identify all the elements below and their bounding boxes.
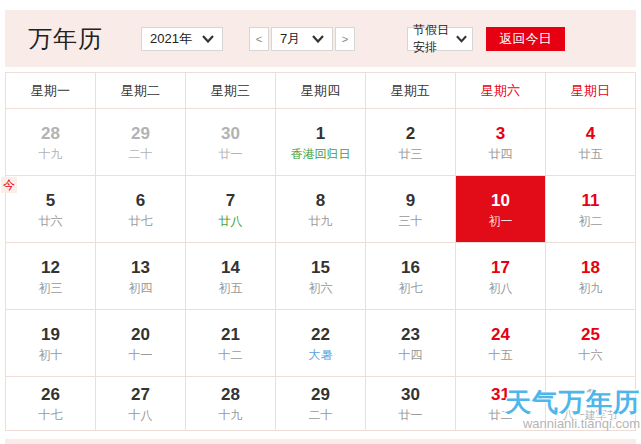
calendar-cell[interactable]: 29二十 bbox=[96, 109, 186, 176]
day-subtext: 廿四 bbox=[456, 147, 545, 161]
day-number: 19 bbox=[6, 324, 95, 345]
day-subtext: 廿三 bbox=[366, 147, 455, 161]
day-number: 15 bbox=[276, 257, 365, 278]
calendar-cell[interactable]: 20十一 bbox=[96, 310, 186, 377]
day-subtext: 十四 bbox=[366, 348, 455, 362]
page-title: 万年历 bbox=[28, 23, 103, 55]
calendar-row: 19初十20十一21十二22大暑23十四24十五25十六 bbox=[6, 310, 636, 377]
calendar-cell[interactable]: 16初七 bbox=[366, 243, 456, 310]
calendar-cell[interactable]: 27十八 bbox=[96, 377, 186, 431]
back-to-today-button[interactable]: 返回今日 bbox=[486, 27, 565, 51]
year-select[interactable]: 2021年 bbox=[141, 27, 223, 51]
day-number: 9 bbox=[366, 190, 455, 211]
calendar-cell[interactable]: 2廿三 bbox=[366, 109, 456, 176]
day-subtext: 廿一 bbox=[366, 408, 455, 422]
day-number: 2 bbox=[366, 123, 455, 144]
day-number: 6 bbox=[96, 190, 185, 211]
month-select[interactable]: 7月 bbox=[271, 27, 333, 51]
page: 万年历 2021年 < 7月 > 节假日安排 返回今日 bbox=[0, 0, 641, 444]
calendar-cell[interactable]: 17初八 bbox=[456, 243, 546, 310]
calendar-cell[interactable]: 18初九 bbox=[546, 243, 636, 310]
today-marker[interactable]: 今 bbox=[1, 177, 17, 193]
day-subtext: 十六 bbox=[546, 348, 635, 362]
calendar-cell[interactable]: 22大暑 bbox=[276, 310, 366, 377]
toolbar: 万年历 2021年 < 7月 > 节假日安排 返回今日 bbox=[5, 10, 636, 67]
calendar-cell[interactable]: 28十九 bbox=[186, 377, 276, 431]
day-subtext: 初一 bbox=[456, 214, 545, 228]
day-number: 1 bbox=[546, 385, 635, 406]
calendar-cell[interactable]: 7廿八 bbox=[186, 176, 276, 243]
calendar-cell[interactable]: 5廿六 bbox=[6, 176, 96, 243]
day-subtext: 初九 bbox=[546, 281, 635, 295]
calendar-cell[interactable]: 1香港回归日 bbox=[276, 109, 366, 176]
calendar-cell[interactable]: 12初三 bbox=[6, 243, 96, 310]
calendar-cell[interactable]: 6廿七 bbox=[96, 176, 186, 243]
calendar-table: 星期一星期二星期三星期四星期五星期六星期日 28十九29二十30廿一1香港回归日… bbox=[5, 72, 636, 431]
weekday-header: 星期五 bbox=[366, 73, 456, 109]
day-number: 26 bbox=[6, 384, 95, 405]
calendar-cell[interactable]: 19初十 bbox=[6, 310, 96, 377]
calendar-cell[interactable]: 8廿九 bbox=[276, 176, 366, 243]
day-number: 14 bbox=[186, 257, 275, 278]
calendar-cell[interactable]: 9三十 bbox=[366, 176, 456, 243]
day-subtext: 初十 bbox=[6, 348, 95, 362]
day-number: 7 bbox=[186, 190, 275, 211]
day-number: 25 bbox=[546, 324, 635, 345]
bottom-section bbox=[5, 439, 636, 444]
calendar-row: 5廿六6廿七7廿八8廿九9三十10初一11初二 bbox=[6, 176, 636, 243]
calendar-cell[interactable]: 14初五 bbox=[186, 243, 276, 310]
day-number: 12 bbox=[6, 257, 95, 278]
day-number: 30 bbox=[186, 123, 275, 144]
calendar-row: 28十九29二十30廿一1香港回归日2廿三3廿四4廿五 bbox=[6, 109, 636, 176]
calendar-cell[interactable]: 24十五 bbox=[456, 310, 546, 377]
day-subtext: 十五 bbox=[456, 348, 545, 362]
day-number: 10 bbox=[456, 190, 545, 211]
calendar-cell[interactable]: 1八一建军节 bbox=[546, 377, 636, 431]
calendar-cell[interactable]: 21十二 bbox=[186, 310, 276, 377]
day-number: 18 bbox=[546, 257, 635, 278]
calendar-cell[interactable]: 30廿一 bbox=[186, 109, 276, 176]
calendar-cell[interactable]: 25十六 bbox=[546, 310, 636, 377]
calendar-cell[interactable]: 23十四 bbox=[366, 310, 456, 377]
day-number: 30 bbox=[366, 384, 455, 405]
calendar-cell[interactable]: 29二十 bbox=[276, 377, 366, 431]
day-number: 29 bbox=[96, 123, 185, 144]
day-number: 4 bbox=[546, 123, 635, 144]
day-number: 17 bbox=[456, 257, 545, 278]
day-subtext: 廿八 bbox=[186, 214, 275, 228]
day-subtext: 十一 bbox=[96, 348, 185, 362]
weekday-header: 星期日 bbox=[546, 73, 636, 109]
next-month-button[interactable]: > bbox=[335, 27, 355, 51]
day-number: 28 bbox=[6, 123, 95, 144]
month-select-value: 7月 bbox=[280, 30, 300, 48]
day-subtext: 廿二 bbox=[456, 408, 545, 422]
calendar-cell[interactable]: 15初六 bbox=[276, 243, 366, 310]
day-subtext: 廿一 bbox=[186, 147, 275, 161]
weekday-header-row: 星期一星期二星期三星期四星期五星期六星期日 bbox=[6, 73, 636, 109]
day-subtext: 初四 bbox=[96, 281, 185, 295]
holiday-schedule-select[interactable]: 节假日安排 bbox=[407, 27, 473, 51]
chevron-down-icon bbox=[202, 31, 214, 46]
day-number: 29 bbox=[276, 384, 365, 405]
chevron-down-icon bbox=[456, 32, 467, 46]
day-subtext: 十七 bbox=[6, 408, 95, 422]
calendar-cell[interactable]: 13初四 bbox=[96, 243, 186, 310]
day-number: 24 bbox=[456, 324, 545, 345]
year-select-value: 2021年 bbox=[150, 30, 192, 48]
calendar-cell[interactable]: 10初一 bbox=[456, 176, 546, 243]
calendar-cell[interactable]: 30廿一 bbox=[366, 377, 456, 431]
weekday-header: 星期一 bbox=[6, 73, 96, 109]
calendar-cell[interactable]: 31廿二 bbox=[456, 377, 546, 431]
day-subtext: 初三 bbox=[6, 281, 95, 295]
calendar-cell[interactable]: 4廿五 bbox=[546, 109, 636, 176]
day-subtext: 廿九 bbox=[276, 214, 365, 228]
day-number: 23 bbox=[366, 324, 455, 345]
day-subtext: 初二 bbox=[546, 214, 635, 228]
calendar-cell[interactable]: 11初二 bbox=[546, 176, 636, 243]
weekday-header: 星期二 bbox=[96, 73, 186, 109]
day-number: 3 bbox=[456, 123, 545, 144]
prev-month-button[interactable]: < bbox=[249, 27, 269, 51]
calendar-cell[interactable]: 26十七 bbox=[6, 377, 96, 431]
calendar-cell[interactable]: 3廿四 bbox=[456, 109, 546, 176]
calendar-cell[interactable]: 28十九 bbox=[6, 109, 96, 176]
